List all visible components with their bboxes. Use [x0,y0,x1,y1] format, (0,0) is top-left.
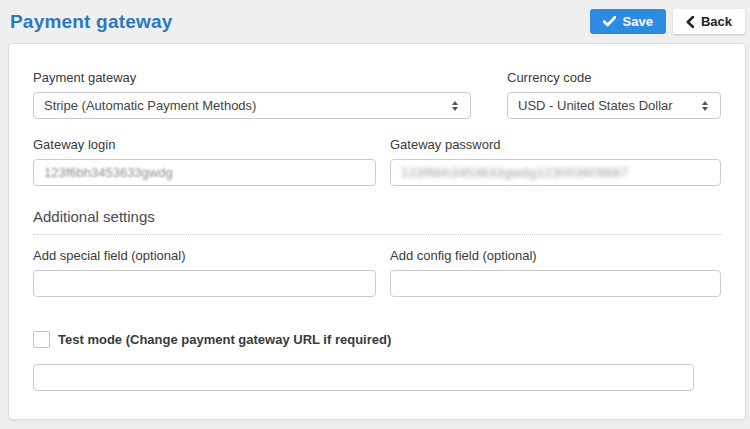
currency-code-select[interactable]: USD - United States Dollar [507,92,721,119]
payment-gateway-selected-value: Stripe (Automatic Payment Methods) [44,98,256,113]
config-field-group: Add config field (optional) [390,248,721,297]
currency-code-selected-value: USD - United States Dollar [518,98,673,113]
gateway-url-input[interactable] [33,364,694,391]
payment-gateway-field-group: Payment gateway Stripe (Automatic Paymen… [33,70,471,119]
gateway-login-value: 123f6bh3453633gwdg [44,165,173,180]
test-mode-checkbox[interactable] [33,331,50,348]
currency-code-field-group: Currency code USD - United States Dollar [507,70,721,119]
config-field-label: Add config field (optional) [390,248,721,263]
toolbar: Save Back [590,9,745,34]
check-icon [603,16,616,27]
chevron-left-icon [686,16,694,28]
page-title: Payment gateway [10,11,172,33]
gateway-password-value: 123f6bh3453633gwdg123003609867 [401,165,628,180]
payment-gateway-form-panel: Payment gateway Stripe (Automatic Paymen… [8,43,746,420]
currency-code-label: Currency code [507,70,721,85]
back-button-label: Back [701,14,732,29]
dashed-divider [33,234,721,235]
config-field-input[interactable] [390,270,721,297]
special-field-group: Add special field (optional) [33,248,376,297]
credentials-row: Gateway login 123f6bh3453633gwdg Gateway… [33,137,721,186]
gateway-login-input[interactable]: 123f6bh3453633gwdg [33,159,376,186]
gateway-password-label: Gateway password [390,137,721,152]
gateway-password-input[interactable]: 123f6bh3453633gwdg123003609867 [390,159,721,186]
optional-fields-row: Add special field (optional) Add config … [33,248,721,297]
gateway-password-field-group: Gateway password 123f6bh3453633gwdg12300… [390,137,721,186]
gateway-login-label: Gateway login [33,137,376,152]
back-button[interactable]: Back [673,9,745,34]
save-button[interactable]: Save [590,9,666,34]
gateway-currency-row: Payment gateway Stripe (Automatic Paymen… [33,70,721,119]
select-arrows-icon [452,101,458,111]
test-mode-label: Test mode (Change payment gateway URL if… [58,332,391,347]
additional-settings-heading: Additional settings [33,208,721,226]
test-mode-row: Test mode (Change payment gateway URL if… [33,331,721,348]
gateway-login-field-group: Gateway login 123f6bh3453633gwdg [33,137,376,186]
page-header: Payment gateway Save Back [0,0,750,39]
special-field-input[interactable] [33,270,376,297]
payment-gateway-select[interactable]: Stripe (Automatic Payment Methods) [33,92,471,119]
payment-gateway-label: Payment gateway [33,70,471,85]
gateway-url-field-group [33,364,694,391]
special-field-label: Add special field (optional) [33,248,376,263]
save-button-label: Save [623,14,653,29]
select-arrows-icon [702,101,708,111]
